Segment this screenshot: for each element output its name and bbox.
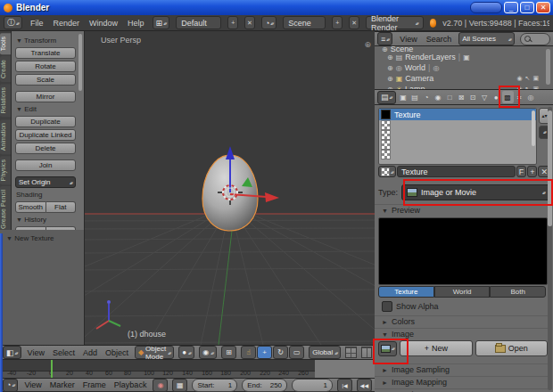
history-section-header[interactable]: ▼ History bbox=[16, 216, 80, 224]
layout-delete-button[interactable]: ✕ bbox=[244, 16, 255, 29]
toolshelf-tab-relations[interactable]: Relations bbox=[0, 84, 11, 117]
layout-add-button[interactable]: + bbox=[227, 16, 238, 29]
menu-help[interactable]: Help bbox=[126, 19, 146, 28]
scale-button[interactable]: Scale bbox=[15, 74, 76, 86]
texture-slot-empty[interactable] bbox=[379, 130, 536, 140]
new-texture-button[interactable]: + bbox=[527, 166, 537, 177]
expand-icon[interactable]: ⊕ bbox=[387, 53, 393, 61]
join-button[interactable]: Join bbox=[15, 159, 76, 171]
slot-list-scrollbar[interactable] bbox=[532, 110, 535, 146]
texture-browse-button[interactable]: ▴▾ bbox=[378, 166, 396, 177]
manipulator-toggle-button[interactable]: ☝ bbox=[241, 346, 256, 359]
outliner-item-camera[interactable]: ⊕ ▣ Camera ◉ ↖ ▣ bbox=[375, 73, 553, 84]
tab-constraints-icon[interactable]: ⊠ bbox=[456, 91, 467, 103]
sync-button[interactable]: ▦ bbox=[172, 379, 187, 392]
menu-playback[interactable]: Playback bbox=[112, 380, 149, 389]
maximize-button[interactable]: □ bbox=[520, 2, 534, 13]
editor-type-button-outliner[interactable]: ≡ ▴▾ bbox=[377, 32, 392, 45]
outliner-item-renderlayers[interactable]: ⊕ ▤ RenderLayers | ▣ bbox=[375, 52, 553, 62]
texture-slot-selected[interactable]: Texture bbox=[379, 109, 536, 120]
preview-world-tab[interactable]: World bbox=[434, 286, 491, 298]
duplicate-button[interactable]: Duplicate bbox=[15, 116, 76, 127]
frame-start-field[interactable]: Start: 1 bbox=[192, 379, 237, 392]
render-restrict-icon[interactable]: ▣ bbox=[532, 75, 539, 82]
editor-type-button-info[interactable]: ⓘ ▴▾ bbox=[4, 16, 22, 29]
tab-scene-icon[interactable]: ◔ bbox=[421, 91, 433, 103]
outliner-search-field[interactable] bbox=[520, 33, 550, 45]
mapping-panel-header[interactable]: ▼ Mapping bbox=[375, 388, 550, 392]
toolshelf-tab-tools[interactable]: Tools bbox=[0, 33, 11, 54]
image-new-button[interactable]: + New bbox=[400, 340, 472, 356]
preview-texture-tab[interactable]: Texture bbox=[378, 286, 434, 298]
texture-slot-empty[interactable] bbox=[379, 150, 536, 159]
menu-select[interactable]: Select bbox=[51, 348, 77, 357]
toolshelf-scrollbar[interactable] bbox=[78, 34, 82, 91]
layout-browse-button[interactable]: ⊞ ▴▾ bbox=[153, 16, 170, 29]
colors-panel-header[interactable]: ► Colors bbox=[375, 315, 550, 327]
translate-button[interactable]: Translate bbox=[15, 47, 76, 59]
layer-grid-1[interactable] bbox=[345, 347, 356, 358]
tab-world-icon[interactable]: ◉ bbox=[433, 91, 444, 103]
transform-section-header[interactable]: ▼ Transform bbox=[16, 37, 80, 45]
scene-name-field[interactable]: Scene bbox=[283, 16, 326, 29]
tab-object-icon[interactable]: □ bbox=[444, 91, 456, 103]
expand-icon[interactable]: ⊕ bbox=[382, 46, 388, 52]
current-frame-field[interactable]: 1 bbox=[292, 379, 333, 392]
delete-button[interactable]: Delete bbox=[15, 143, 76, 154]
manipulator-translate-button[interactable]: + bbox=[257, 346, 272, 359]
menu-render[interactable]: Render bbox=[52, 19, 82, 28]
record-button[interactable]: ◉ bbox=[153, 379, 168, 392]
editor-type-button-properties[interactable]: ▤ ▴▾ bbox=[377, 91, 396, 104]
image-sampling-panel-header[interactable]: ► Image Sampling bbox=[375, 363, 550, 375]
menu-outliner-view[interactable]: View bbox=[398, 35, 418, 44]
render-engine-select[interactable]: Blender Render ▴▾ bbox=[366, 16, 424, 29]
scene-add-button[interactable]: + bbox=[332, 16, 343, 29]
image-mapping-panel-header[interactable]: ► Image Mapping bbox=[375, 376, 550, 388]
menu-marker[interactable]: Marker bbox=[48, 380, 77, 389]
properties-scrollbar[interactable] bbox=[548, 107, 552, 390]
frame-end-field[interactable]: End: 250 bbox=[242, 379, 287, 392]
editor-type-button-3dview[interactable]: ◧ ▴▾ bbox=[3, 346, 21, 359]
hide-eye-icon[interactable]: ◉ bbox=[516, 75, 522, 82]
outliner-scrollbar[interactable] bbox=[546, 49, 550, 85]
timeline-playhead[interactable] bbox=[51, 360, 53, 378]
expand-icon[interactable]: ⊕ bbox=[387, 75, 393, 83]
layout-name-field[interactable]: Default bbox=[176, 16, 221, 29]
tab-physics-icon[interactable]: ◎ bbox=[525, 91, 537, 103]
selectability-icon[interactable]: ↖ bbox=[525, 75, 531, 82]
shading-dropdown[interactable]: ● ▴▾ bbox=[178, 346, 194, 359]
scene-browse-button[interactable]: ◔ ▴▾ bbox=[261, 16, 276, 29]
mode-dropdown[interactable]: ◆ Object Mode ▴▾ bbox=[135, 346, 174, 359]
set-origin-dropdown[interactable]: Set Origin ▴▾ bbox=[15, 176, 76, 188]
menu-frame[interactable]: Frame bbox=[81, 380, 108, 389]
menu-outliner-search[interactable]: Search bbox=[425, 35, 454, 44]
expand-icon[interactable]: ⊕ bbox=[387, 64, 393, 72]
editor-type-button-timeline[interactable]: ◔ ▴▾ bbox=[3, 379, 18, 392]
scene-delete-button[interactable]: ✕ bbox=[349, 16, 359, 29]
manipulator-rotate-button[interactable]: ↻ bbox=[273, 346, 288, 359]
outliner-item-world[interactable]: ⊕ ◎ World | ◎ bbox=[375, 62, 553, 73]
edit-section-header[interactable]: ▼ Edit bbox=[16, 105, 80, 113]
show-alpha-checkbox[interactable] bbox=[382, 301, 392, 312]
tab-render-layers-icon[interactable]: ▤ bbox=[409, 91, 421, 103]
tab-modifiers-icon[interactable]: ⊡ bbox=[467, 91, 479, 103]
menu-tl-view[interactable]: View bbox=[22, 380, 43, 389]
viewport-3d[interactable]: User Persp (1) dhouse ⊕ bbox=[85, 31, 375, 345]
shade-flat-button[interactable]: Flat bbox=[46, 201, 77, 213]
texture-name-field[interactable]: Texture bbox=[397, 166, 516, 177]
mirror-button[interactable]: Mirror bbox=[15, 91, 76, 102]
duplicate-linked-button[interactable]: Duplicate Linked bbox=[15, 129, 76, 141]
operator-panel-header[interactable]: ▼ New Texture bbox=[6, 234, 84, 242]
menu-add[interactable]: Add bbox=[81, 348, 99, 357]
layer-grid-2[interactable] bbox=[361, 347, 372, 358]
menu-object[interactable]: Object bbox=[103, 348, 130, 357]
texture-slot-empty[interactable] bbox=[379, 140, 536, 150]
preview-both-tab[interactable]: Both bbox=[490, 286, 546, 298]
menu-window[interactable]: Window bbox=[87, 19, 120, 28]
manipulator-scale-button[interactable]: ▭ bbox=[289, 346, 304, 359]
toolshelf-tab-grease-pencil[interactable]: Grease Pencil bbox=[0, 186, 11, 233]
image-open-button[interactable]: Open bbox=[475, 340, 548, 356]
open-region-plus-icon[interactable]: ⊕ bbox=[364, 40, 371, 49]
fake-user-button[interactable]: F bbox=[516, 166, 527, 177]
close-button[interactable]: ✕ bbox=[536, 2, 550, 13]
